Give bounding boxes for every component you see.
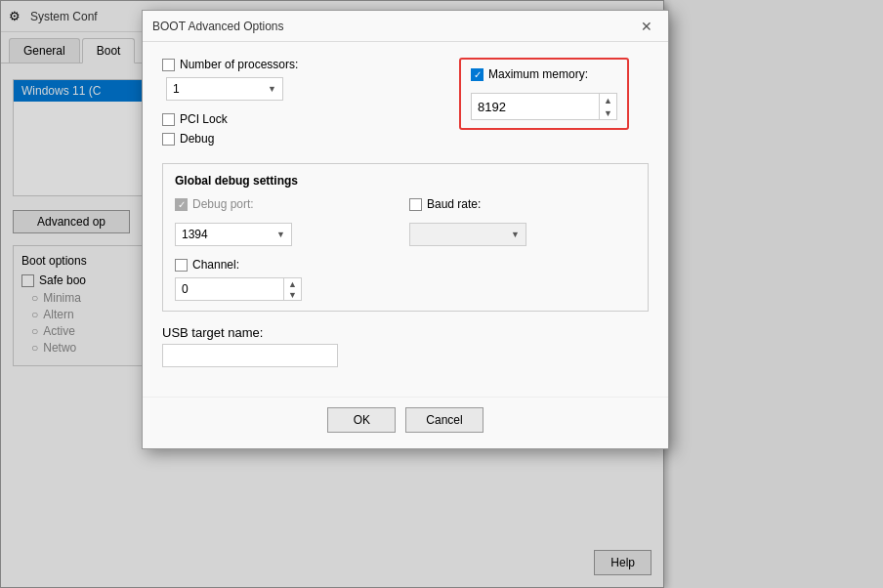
cancel-button[interactable]: Cancel	[405, 407, 483, 433]
debug-checkbox[interactable]	[162, 133, 175, 146]
dialog-body: Number of processors: 1 ▼ PCI Lock Debug	[143, 42, 668, 397]
max-memory-checkbox-row: ✓ Maximum memory:	[471, 67, 617, 81]
dialog-close-button[interactable]: ✕	[635, 17, 658, 36]
max-memory-spinbox[interactable]: 8192 ▲ ▼	[471, 93, 617, 120]
channel-spin-down[interactable]: ▼	[284, 289, 301, 300]
baud-rate-checkbox-row: Baud rate:	[409, 197, 636, 211]
channel-arrows: ▲ ▼	[283, 278, 301, 300]
max-memory-checkbox[interactable]: ✓	[471, 68, 484, 81]
debug-port-dropdown-icon: ▼	[276, 230, 285, 239]
processors-value: 1	[173, 82, 180, 96]
baud-rate-label: Baud rate:	[427, 197, 481, 211]
debug-port-value: 1394	[182, 228, 208, 241]
processors-label: Number of processors:	[180, 58, 298, 71]
debug-port-select[interactable]: 1394 ▼	[175, 223, 292, 246]
channel-spin-up[interactable]: ▲	[284, 278, 301, 289]
baud-rate-dropdown-icon: ▼	[511, 230, 520, 239]
channel-area: Channel: 0 ▲ ▼	[175, 258, 401, 301]
pci-lock-label: PCI Lock	[180, 112, 228, 126]
dialog-titlebar: BOOT Advanced Options ✕	[143, 11, 668, 42]
max-memory-spin-up[interactable]: ▲	[600, 94, 616, 106]
channel-checkbox-row: Channel:	[175, 258, 401, 272]
boot-advanced-dialog: BOOT Advanced Options ✕ Number of proces…	[142, 10, 669, 449]
channel-spinbox[interactable]: 0 ▲ ▼	[175, 277, 302, 301]
processors-checkbox[interactable]	[162, 59, 175, 71]
processors-select[interactable]: 1 ▼	[166, 77, 283, 101]
debug-checkbox-row: Debug	[162, 132, 649, 146]
debug-port-checkbox-row: ✓ Debug port:	[175, 197, 401, 211]
max-memory-label: Maximum memory:	[488, 67, 588, 81]
debug-port-label: Debug port:	[192, 197, 254, 211]
processors-dropdown-icon: ▼	[268, 84, 276, 94]
debug-col-right: Baud rate: ▼	[409, 197, 636, 301]
baud-rate-checkbox[interactable]	[409, 198, 422, 211]
usb-label: USB target name:	[162, 325, 263, 340]
top-section: Number of processors: 1 ▼ PCI Lock Debug	[162, 58, 649, 151]
global-debug-section: Global debug settings ✓ Debug port: 1394…	[162, 163, 649, 312]
max-memory-arrows: ▲ ▼	[599, 94, 616, 119]
global-debug-title: Global debug settings	[175, 174, 636, 188]
usb-target-input[interactable]	[162, 344, 338, 367]
max-memory-value: 8192	[472, 100, 599, 114]
ok-button[interactable]: OK	[327, 407, 396, 433]
dialog-title: BOOT Advanced Options	[152, 20, 284, 33]
max-memory-highlight-box: ✓ Maximum memory: 8192 ▲ ▼	[459, 58, 629, 130]
baud-rate-select[interactable]: ▼	[409, 223, 526, 246]
pci-lock-checkbox[interactable]	[162, 113, 175, 126]
usb-section: USB target name:	[162, 325, 649, 367]
channel-checkbox[interactable]	[175, 259, 188, 272]
debug-label: Debug	[180, 132, 214, 146]
channel-value: 0	[176, 282, 283, 296]
debug-grid: ✓ Debug port: 1394 ▼ Channel: 0	[175, 197, 636, 301]
debug-port-checkbox: ✓	[175, 198, 188, 211]
channel-label: Channel:	[192, 258, 239, 272]
debug-col-left: ✓ Debug port: 1394 ▼ Channel: 0	[175, 197, 401, 301]
max-memory-spin-down[interactable]: ▼	[600, 106, 616, 119]
dialog-footer: OK Cancel	[143, 397, 668, 448]
